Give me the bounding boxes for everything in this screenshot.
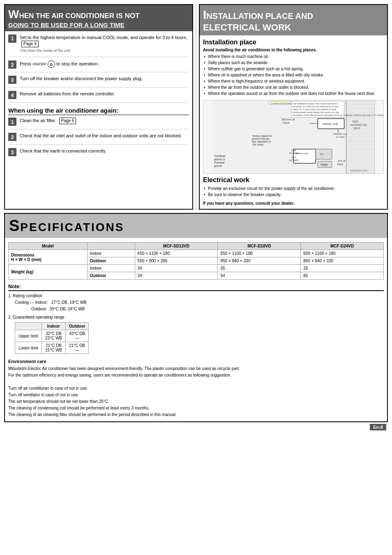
weight-label: Weight (kg) [9, 265, 88, 280]
step-4-content: Remove all batteries from the remote con… [20, 91, 189, 97]
page: WHEN THE AIR CONDITIONER IS NOT GOING TO… [0, 0, 392, 434]
svg-rect-25 [316, 149, 332, 160]
op-upper-outdoor: 43°C DB— [66, 330, 89, 342]
left-title: WHEN THE AIR CONDITIONER IS NOT GOING TO… [5, 5, 192, 31]
svg-text:Well-: Well- [352, 120, 359, 123]
svg-text:200/500 mm: 200/500 mm [333, 133, 347, 135]
col-empty [87, 243, 135, 250]
op-lower-indoor: 21°C DB15°C WB [42, 342, 65, 354]
svg-text:be at least 3 m away from the : be at least 3 m away from the antennas f… [293, 106, 339, 108]
elec-bullets: Provide an exclusive circuit for the pow… [203, 185, 384, 198]
svg-text:ventilated dry: ventilated dry [350, 124, 367, 127]
right-title-line2: ELECTRICAL WORK [203, 22, 291, 32]
svg-text:the noise.: the noise. [253, 143, 264, 146]
op-lower-label: Lower limit [15, 342, 42, 354]
dim-outdoor-label: Outdoor [87, 257, 135, 265]
reuse-step-1-pageref: Page 6 [59, 118, 76, 124]
col-sd13vd: MCF-SD13VD [135, 243, 218, 250]
onoff-icon: ⊙ [48, 60, 55, 68]
weight-indoor-d18: 26 [218, 265, 301, 272]
op-lower-row: Lower limit 21°C DB15°C WB 21°C DB— [15, 342, 89, 354]
install-bold-note: Avoid installing the air conditioner in … [203, 48, 384, 52]
op-upper-indoor: 32°C DB23°C WB [42, 330, 65, 342]
step-3: 3 Turn off the breaker and/or disconnect… [8, 76, 189, 88]
svg-text:or more: or more [336, 136, 345, 138]
op-col-outdoor: Outdoor [66, 323, 89, 330]
reuse-step-3-num: 3 [8, 148, 16, 156]
install-bullet-6: Where the air from the outdoor unit air … [203, 84, 384, 90]
left-title-text: HEN THE AIR CONDITIONER IS NOT [19, 12, 139, 20]
install-bullet-1: Where there is much machine oil. [203, 53, 384, 60]
svg-text:Radio: Radio [321, 164, 328, 166]
specs-title: SPECIFICATIONS [5, 214, 387, 238]
step-2: 2 Press ON/OFF ⊙ to stop the operation. [8, 60, 189, 72]
svg-text:TV: TV [320, 153, 323, 156]
install-bullet-5: Where there is high-frequency or wireles… [203, 78, 384, 84]
step-1-text: Set to the highest temperature in manual… [20, 35, 187, 40]
svg-text:more: more [283, 122, 289, 125]
op-col-indoor: Indoor [42, 323, 65, 330]
step-2-text2: to stop the operation. [56, 61, 99, 66]
left-panel: WHEN THE AIR CONDITIONER IS NOT GOING TO… [4, 4, 193, 210]
specs-section: SPECIFICATIONS Model MCF-SD13VD MCF-D18V… [4, 213, 388, 422]
dim-outdoor-d24: 850 × 840 × 330 [301, 257, 384, 265]
step-1: 1 Set to the highest temperature in manu… [8, 35, 189, 58]
specs-title-text: PECIFICATIONS [20, 221, 124, 234]
reuse-step-1-num: 1 [8, 118, 16, 126]
reuse-step-1-content: Clean the air filter. Page 6 [20, 118, 189, 124]
specs-big-s: S [9, 217, 20, 234]
col-d18vd: MCF-D18VD [218, 243, 301, 250]
col-model: Model [9, 243, 88, 250]
svg-text:or more: or more [289, 152, 299, 155]
right-title: INSTALLATION PLACE AND ELECTRICAL WORK [200, 5, 387, 35]
reuse-step-2: 2 Check that the air inlet and outlet of… [8, 133, 189, 145]
reuse-step-2-num: 2 [8, 133, 16, 141]
svg-text:phone or: phone or [214, 158, 226, 162]
op-col-empty [15, 323, 42, 330]
diagram-svg: Well- ventilated dry place [203, 100, 383, 173]
reuse-step-3: 3 Check that the earth is connected corr… [8, 148, 189, 160]
dim-indoor-d24: 650 × 1100 × 180 [301, 250, 384, 257]
env-line-1: Mitsubishi Electric Air conditioner has … [8, 365, 384, 372]
install-bullet-4: Where oil is splashed or where the area … [203, 72, 384, 78]
elec-note: If you have any questions, consult your … [203, 201, 384, 206]
weight-indoor-row: Weight (kg) Indoor 26 26 26 [9, 265, 384, 272]
install-bullet-3: Where sulfide gas is generated such as a… [203, 66, 384, 72]
elec-bullet-1: Provide an exclusive circuit for the pow… [203, 185, 384, 192]
weight-indoor-sd13: 26 [135, 265, 218, 272]
left-title-big-w: W [8, 8, 19, 21]
step-1-content: Set to the highest temperature in manual… [20, 35, 189, 54]
note-2-label: 2. Guaranteed operating range [8, 314, 384, 321]
dim-outdoor-sd13: 550 × 800 × 285 [135, 257, 218, 265]
right-panel: INSTALLATION PLACE AND ELECTRICAL WORK I… [199, 4, 388, 210]
dim-indoor-sd13: 650 × 1100 × 180 [135, 250, 218, 257]
env-line-3: Turn off air conditioner in case of not … [8, 385, 384, 392]
install-diagram: Well- ventilated dry place [203, 100, 384, 174]
weight-outdoor-d18: 54 [218, 272, 301, 280]
step-3-num: 3 [8, 76, 16, 84]
svg-text:place: place [353, 127, 360, 130]
svg-text:phone: phone [214, 165, 222, 168]
note-title: Note: [8, 284, 384, 291]
env-line-2: For the optimum efficiency and energy sa… [8, 372, 384, 379]
reuse-step-3-content: Check that the earth is connected correc… [20, 148, 189, 154]
weight-outdoor-sd13: 34 [135, 272, 218, 280]
svg-text:the antenna of the affected de: the antenna of the affected device if op… [293, 114, 383, 116]
step-1-num: 1 [8, 35, 16, 43]
step-4-num: 4 [8, 91, 16, 99]
weight-outdoor-label: Outdoor [87, 272, 135, 280]
svg-text:Indoor unit: Indoor unit [323, 123, 338, 126]
left-title-underline: GOING TO BE USED FOR A LONG TIME [8, 21, 189, 29]
dim-outdoor-d18: 850 × 840 × 330 [218, 257, 301, 265]
svg-text:The installation location of t: The installation location of the outdoor… [293, 103, 337, 105]
env-care-content: Mitsubishi Electric Air conditioner has … [8, 365, 384, 418]
elec-title: Electrical work [203, 176, 384, 184]
svg-text:more: more [337, 163, 344, 166]
svg-text:provide greater space between : provide greater space between the outdoo… [293, 111, 339, 113]
operating-table: Indoor Outdoor Upper limit 32°C DB23°C W… [15, 322, 89, 354]
op-upper-label: Upper limit [15, 330, 42, 342]
svg-text:SD13/D18, D24: SD13/D18, D24 [350, 169, 367, 172]
section-divider [196, 4, 196, 210]
onoff-label: ON/OFF [32, 62, 46, 66]
install-heading: Installation place [203, 39, 384, 46]
